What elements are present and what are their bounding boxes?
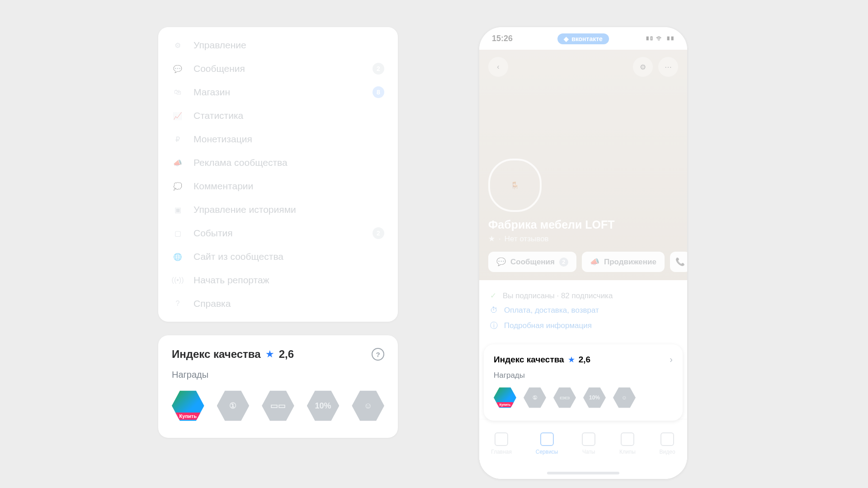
- nav-label: Главная: [491, 449, 512, 455]
- star-icon: ★: [488, 234, 495, 244]
- menu-item-chart[interactable]: 📈Статистика: [170, 104, 386, 127]
- nav-item[interactable]: Видео: [660, 432, 675, 455]
- status-time: 15:26: [492, 34, 513, 43]
- quality-index-card[interactable]: Индекс качества ★ 2,6 ? Награды ① ▭▭ 10%…: [158, 335, 398, 438]
- nav-label: Видео: [660, 449, 675, 455]
- award-badge-buy[interactable]: [494, 386, 516, 409]
- subscribers-row: ✓ Вы подписаны · 82 подписчика: [490, 288, 676, 303]
- count-badge: 2: [373, 227, 384, 239]
- chart-icon: 📈: [172, 110, 184, 122]
- menu-item-label: Реклама сообщества: [193, 157, 384, 168]
- quality-title: Индекс качества: [172, 348, 261, 361]
- quality-title: Индекс качества: [494, 355, 564, 365]
- awards-label: Награды: [494, 371, 673, 380]
- award-badge-locked[interactable]: 10%: [307, 389, 340, 422]
- award-badge-locked[interactable]: ▭▭: [262, 389, 294, 422]
- more-button[interactable]: ⋯: [658, 57, 678, 77]
- help-icon: ?: [172, 298, 184, 310]
- menu-item-label: Монетизация: [193, 134, 384, 145]
- menu-item-label: Сайт из сообщества: [193, 251, 384, 262]
- settings-button[interactable]: ⚙: [633, 57, 653, 77]
- menu-item-label: Управление: [193, 40, 384, 51]
- awards-label: Награды: [172, 370, 384, 380]
- award-badge-locked[interactable]: ☺: [352, 389, 384, 422]
- back-button[interactable]: ‹: [488, 57, 508, 77]
- quality-value: 2,6: [579, 355, 590, 365]
- menu-item-label: Сообщения: [193, 63, 363, 74]
- count-badge: 8: [373, 86, 384, 98]
- menu-item-comment[interactable]: 💭Комментарии: [170, 174, 386, 198]
- menu-item-calendar[interactable]: ▢События2: [170, 221, 386, 245]
- globe-icon: 🌐: [172, 251, 184, 263]
- comment-icon: 💭: [172, 180, 184, 192]
- nav-item[interactable]: Клипы: [619, 432, 636, 455]
- menu-item-label: Управление историями: [193, 204, 384, 215]
- nav-item[interactable]: Сервисы: [536, 432, 558, 455]
- menu-item-bag[interactable]: 🛍Магазин8: [170, 80, 386, 104]
- nav-icon: [495, 432, 508, 446]
- nav-icon: [621, 432, 634, 446]
- menu-item-live[interactable]: ((•))Начать репортаж: [170, 268, 386, 292]
- megaphone-icon: 📣: [590, 257, 599, 267]
- award-badge-locked[interactable]: ▭▭: [553, 386, 576, 409]
- live-icon: ((•)): [172, 274, 184, 286]
- menu-item-label: Магазин: [193, 87, 363, 98]
- nav-icon: [582, 432, 595, 446]
- community-info: ✓ Вы подписаны · 82 подписчика ⏱ Оплата,…: [479, 280, 687, 336]
- menu-item-label: Комментарии: [193, 181, 384, 192]
- nav-item[interactable]: Чаты: [582, 432, 595, 455]
- chat-icon: 💬: [172, 63, 184, 75]
- phone-icon: 📞: [675, 257, 685, 267]
- community-avatar[interactable]: 🪑: [488, 159, 542, 212]
- awards-row: ① ▭▭ 10% ☺: [172, 389, 384, 422]
- megaphone-icon: 📣: [172, 157, 184, 169]
- nav-icon: [660, 432, 674, 446]
- nav-item[interactable]: Главная: [491, 432, 512, 455]
- more-info-row[interactable]: ⓘ Подробная информация: [490, 318, 676, 333]
- phone-mockup: 15:26 ▮▯ ᯤ ▮▮ ◆ вконтакте ‹ ⚙ ⋯ 🪑 Фабрик…: [479, 27, 687, 479]
- menu-item-ruble[interactable]: ₽Монетизация: [170, 127, 386, 151]
- nav-label: Чаты: [582, 449, 595, 455]
- menu-item-chat[interactable]: 💬Сообщения2: [170, 57, 386, 80]
- award-badge-locked[interactable]: ①: [524, 386, 546, 409]
- menu-item-label: Статистика: [193, 110, 384, 121]
- clock-icon: ⏱: [490, 306, 498, 315]
- award-badge-locked[interactable]: ①: [217, 389, 250, 422]
- bag-icon: 🛍: [172, 86, 184, 98]
- nav-label: Сервисы: [536, 449, 558, 455]
- chevron-right-icon: ›: [670, 354, 673, 365]
- promotion-button[interactable]: 📣 Продвижение: [582, 252, 665, 272]
- vk-pill: ◆ вконтакте: [557, 33, 609, 44]
- info-icon: ⓘ: [490, 320, 498, 331]
- messages-button[interactable]: 💬 Сообщения 2: [488, 252, 576, 272]
- gear-icon: ⚙: [172, 39, 184, 51]
- star-icon: ★: [568, 355, 575, 365]
- awards-row-mobile: ① ▭▭ 10% ☺: [494, 386, 673, 409]
- calendar-icon: ▢: [172, 227, 184, 239]
- award-badge-locked[interactable]: ☺: [613, 386, 636, 409]
- quality-value: 2,6: [279, 348, 294, 361]
- menu-item-label: Начать репортаж: [193, 275, 384, 286]
- menu-item-label: События: [193, 228, 363, 239]
- chat-icon: 💬: [496, 257, 506, 267]
- quality-index-card-mobile[interactable]: Индекс качества ★ 2,6 › Награды ① ▭▭ 10%…: [484, 344, 683, 421]
- call-button[interactable]: 📞: [670, 252, 687, 272]
- menu-item-label: Справка: [193, 298, 384, 309]
- menu-item-stories[interactable]: ▣Управление историями: [170, 198, 386, 221]
- stories-icon: ▣: [172, 204, 184, 216]
- menu-item-megaphone[interactable]: 📣Реклама сообщества: [170, 151, 386, 174]
- menu-item-help[interactable]: ?Справка: [170, 292, 386, 315]
- menu-item-globe[interactable]: 🌐Сайт из сообщества: [170, 245, 386, 268]
- help-icon[interactable]: ?: [372, 348, 384, 361]
- award-badge-locked[interactable]: 10%: [583, 386, 606, 409]
- community-rating: ★ · Нет отзывов: [488, 234, 678, 244]
- menu-item-gear[interactable]: ⚙Управление: [170, 33, 386, 57]
- community-name: Фабрика мебели LOFT: [488, 218, 678, 231]
- check-icon: ✓: [490, 291, 496, 300]
- community-cover: ‹ ⚙ ⋯ 🪑 Фабрика мебели LOFT ★ · Нет отзы…: [479, 50, 687, 280]
- nav-label: Клипы: [619, 449, 636, 455]
- ruble-icon: ₽: [172, 133, 184, 145]
- admin-menu-panel: ⚙Управление💬Сообщения2🛍Магазин8📈Статисти…: [158, 27, 398, 322]
- award-badge-buy[interactable]: [172, 389, 204, 422]
- payment-info-row[interactable]: ⏱ Оплата, доставка, возврат: [490, 303, 676, 318]
